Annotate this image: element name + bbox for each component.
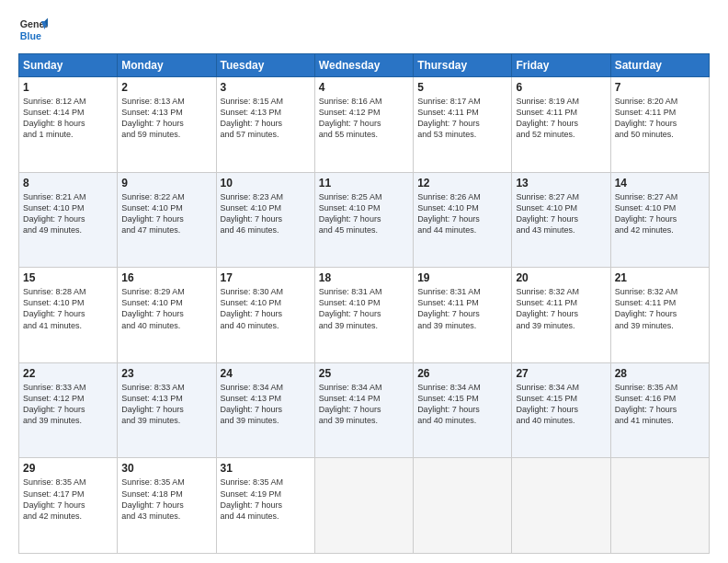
sunset-text: Sunset: 4:14 PM (23, 108, 85, 117)
week-row-2: 8Sunrise: 8:21 AMSunset: 4:10 PMDaylight… (19, 172, 710, 268)
day-number: 21 (615, 271, 705, 284)
calendar-cell: 21Sunrise: 8:32 AMSunset: 4:11 PMDayligh… (610, 268, 709, 363)
daylight-hours: Daylight: 7 hours (221, 119, 283, 128)
day-info: Sunrise: 8:15 AMSunset: 4:13 PMDaylight:… (221, 96, 311, 141)
daylight-hours: Daylight: 7 hours (417, 405, 480, 414)
sunset-text: Sunset: 4:12 PM (23, 394, 85, 403)
day-info: Sunrise: 8:35 AMSunset: 4:17 PMDaylight:… (23, 477, 113, 522)
daylight-hours: Daylight: 7 hours (319, 309, 381, 318)
calendar-table: SundayMondayTuesdayWednesdayThursdayFrid… (18, 53, 710, 554)
sunset-text: Sunset: 4:17 PM (23, 489, 85, 499)
sunrise-text: Sunrise: 8:30 AM (221, 287, 284, 296)
weekday-header-wednesday: Wednesday (314, 54, 413, 77)
daylight-hours: Daylight: 7 hours (221, 214, 283, 224)
day-number: 27 (516, 367, 606, 380)
daylight-minutes: and 57 minutes. (221, 130, 279, 139)
week-row-1: 1Sunrise: 8:12 AMSunset: 4:14 PMDaylight… (19, 77, 710, 173)
day-info: Sunrise: 8:19 AMSunset: 4:11 PMDaylight:… (516, 96, 606, 141)
sunrise-text: Sunrise: 8:28 AM (23, 287, 86, 296)
sunrise-text: Sunrise: 8:31 AM (319, 287, 382, 296)
weekday-header-thursday: Thursday (414, 54, 512, 77)
calendar-cell: 17Sunrise: 8:30 AMSunset: 4:10 PMDayligh… (216, 268, 314, 363)
day-number: 11 (319, 177, 409, 190)
day-info: Sunrise: 8:33 AMSunset: 4:13 PMDaylight:… (121, 382, 211, 427)
daylight-minutes: and 49 minutes. (23, 225, 82, 235)
calendar-cell: 23Sunrise: 8:33 AMSunset: 4:13 PMDayligh… (118, 362, 216, 458)
page: General Blue SundayMondayTuesdayWednesda… (0, 0, 728, 563)
calendar-cell: 3Sunrise: 8:15 AMSunset: 4:13 PMDaylight… (216, 77, 314, 173)
sunrise-text: Sunrise: 8:21 AM (23, 192, 86, 201)
sunrise-text: Sunrise: 8:35 AM (615, 383, 678, 392)
weekday-header-saturday: Saturday (610, 54, 709, 77)
day-number: 5 (417, 81, 507, 94)
sunrise-text: Sunrise: 8:33 AM (23, 383, 86, 392)
svg-text:Blue: Blue (20, 30, 41, 41)
day-info: Sunrise: 8:34 AMSunset: 4:15 PMDaylight:… (417, 382, 507, 427)
daylight-hours: Daylight: 7 hours (615, 214, 677, 224)
daylight-hours: Daylight: 7 hours (319, 214, 381, 224)
day-info: Sunrise: 8:35 AMSunset: 4:18 PMDaylight:… (121, 477, 211, 522)
sunset-text: Sunset: 4:14 PM (319, 394, 381, 403)
daylight-hours: Daylight: 7 hours (417, 119, 480, 128)
day-info: Sunrise: 8:23 AMSunset: 4:10 PMDaylight:… (221, 191, 311, 236)
day-info: Sunrise: 8:31 AMSunset: 4:10 PMDaylight:… (319, 286, 409, 331)
sunset-text: Sunset: 4:13 PM (121, 394, 183, 403)
daylight-minutes: and 53 minutes. (417, 130, 476, 139)
daylight-hours: Daylight: 7 hours (319, 405, 381, 414)
calendar-cell: 6Sunrise: 8:19 AMSunset: 4:11 PMDaylight… (512, 77, 610, 173)
sunrise-text: Sunrise: 8:35 AM (23, 477, 86, 487)
calendar-cell: 16Sunrise: 8:29 AMSunset: 4:10 PMDayligh… (118, 268, 216, 363)
day-number: 9 (121, 177, 211, 190)
daylight-minutes: and 55 minutes. (319, 130, 378, 139)
calendar-cell: 14Sunrise: 8:27 AMSunset: 4:10 PMDayligh… (610, 172, 709, 268)
day-info: Sunrise: 8:30 AMSunset: 4:10 PMDaylight:… (221, 286, 311, 331)
daylight-minutes: and 50 minutes. (615, 130, 674, 139)
day-info: Sunrise: 8:29 AMSunset: 4:10 PMDaylight:… (121, 286, 211, 331)
sunset-text: Sunset: 4:10 PM (23, 298, 85, 307)
daylight-hours: Daylight: 7 hours (516, 214, 578, 224)
day-number: 2 (121, 81, 211, 94)
header: General Blue (18, 15, 710, 44)
sunset-text: Sunset: 4:10 PM (221, 203, 282, 213)
day-info: Sunrise: 8:17 AMSunset: 4:11 PMDaylight:… (417, 96, 507, 141)
day-number: 19 (417, 271, 507, 284)
sunset-text: Sunset: 4:10 PM (615, 203, 677, 213)
daylight-minutes: and 39 minutes. (221, 416, 279, 425)
daylight-minutes: and 39 minutes. (23, 416, 82, 425)
sunrise-text: Sunrise: 8:32 AM (516, 287, 579, 296)
calendar-cell: 9Sunrise: 8:22 AMSunset: 4:10 PMDaylight… (118, 172, 216, 268)
calendar-cell: 27Sunrise: 8:34 AMSunset: 4:15 PMDayligh… (512, 362, 610, 458)
weekday-header-friday: Friday (512, 54, 610, 77)
sunrise-text: Sunrise: 8:25 AM (319, 192, 382, 201)
daylight-hours: Daylight: 7 hours (23, 500, 85, 510)
sunrise-text: Sunrise: 8:32 AM (615, 287, 678, 296)
daylight-minutes: and 47 minutes. (121, 225, 180, 235)
sunrise-text: Sunrise: 8:15 AM (221, 97, 284, 106)
daylight-hours: Daylight: 7 hours (516, 309, 578, 318)
week-row-3: 15Sunrise: 8:28 AMSunset: 4:10 PMDayligh… (19, 268, 710, 363)
sunrise-text: Sunrise: 8:17 AM (417, 97, 481, 106)
calendar-cell: 7Sunrise: 8:20 AMSunset: 4:11 PMDaylight… (610, 77, 709, 173)
sunrise-text: Sunrise: 8:33 AM (121, 383, 185, 392)
daylight-hours: Daylight: 7 hours (121, 214, 184, 224)
sunset-text: Sunset: 4:10 PM (516, 203, 577, 213)
day-number: 30 (121, 462, 211, 475)
sunrise-text: Sunrise: 8:29 AM (121, 287, 185, 296)
sunrise-text: Sunrise: 8:31 AM (417, 287, 481, 296)
daylight-hours: Daylight: 7 hours (221, 500, 283, 510)
day-number: 10 (221, 177, 311, 190)
daylight-minutes: and 46 minutes. (221, 225, 279, 235)
day-number: 6 (516, 81, 606, 94)
daylight-minutes: and 1 minute. (23, 130, 74, 139)
sunset-text: Sunset: 4:11 PM (615, 298, 677, 307)
sunset-text: Sunset: 4:10 PM (319, 203, 381, 213)
day-number: 24 (221, 367, 311, 380)
day-number: 12 (417, 177, 507, 190)
sunset-text: Sunset: 4:10 PM (121, 298, 183, 307)
day-number: 13 (516, 177, 606, 190)
calendar-cell: 15Sunrise: 8:28 AMSunset: 4:10 PMDayligh… (19, 268, 118, 363)
daylight-minutes: and 40 minutes. (221, 321, 279, 330)
daylight-hours: Daylight: 7 hours (417, 214, 480, 224)
day-number: 1 (23, 81, 113, 94)
day-number: 31 (221, 462, 311, 475)
